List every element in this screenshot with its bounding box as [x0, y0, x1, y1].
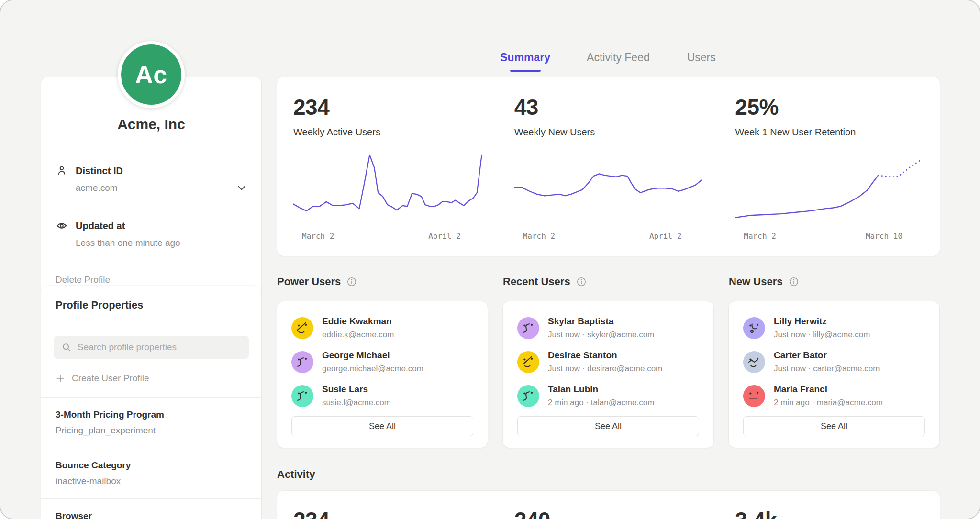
user-avatar	[743, 351, 765, 373]
user-avatar	[743, 317, 765, 339]
face-eye	[757, 391, 758, 393]
face-eye	[749, 392, 751, 394]
divider	[41, 323, 261, 323]
property-value: inactive-mailbox	[56, 476, 247, 486]
tab-users[interactable]: Users	[686, 51, 717, 72]
avatar-face-icon	[743, 385, 765, 407]
avatar-face-icon	[291, 351, 313, 373]
company-avatar: Ac	[118, 41, 185, 108]
user-row[interactable]: Susie Lars susie.l@acme.com	[277, 379, 488, 413]
user-row[interactable]: Carter Bator Just now · carter@acme.com	[729, 345, 939, 379]
section-title: Power Users	[277, 276, 341, 288]
x-axis-start-label: March 2	[302, 232, 334, 241]
see-all-button[interactable]: See All	[517, 416, 699, 436]
face-eye	[305, 323, 307, 325]
create-user-profile-button[interactable]: Create User Profile	[41, 368, 261, 397]
avatar-face-icon	[517, 351, 539, 373]
updated-at-label: Updated at	[76, 221, 125, 232]
user-detail: Just now · desirare@acme.com	[548, 364, 662, 374]
stat-value: 43	[514, 94, 703, 120]
summary-card: 234 Weekly Active Users March 2 April 2 …	[277, 77, 940, 256]
info-icon[interactable]	[346, 276, 357, 287]
plus-icon	[56, 374, 65, 383]
user-name: Skylar Baptista	[548, 316, 654, 327]
section-title: New Users	[729, 276, 783, 288]
user-detail: Just now · carter@acme.com	[774, 364, 880, 374]
power-users-heading: Power Users	[277, 276, 488, 288]
power-users-card: Eddie Kwakman eddie.k@acme.com George Mi…	[277, 301, 488, 448]
chevron-down-icon[interactable]	[235, 182, 248, 194]
x-axis: March 2 April 2	[293, 227, 482, 241]
x-axis-end-label: April 2	[649, 232, 681, 241]
user-avatar	[291, 351, 313, 373]
user-sections-headings: Power Users Recent Users New Users	[277, 276, 940, 288]
stat-weekly-new-users: 43 Weekly New Users March 2 April 2	[498, 77, 719, 256]
avatar-face-icon	[517, 317, 539, 339]
stat-label: Weekly New Users	[514, 127, 703, 138]
section-title: Recent Users	[503, 276, 570, 288]
weekly-active-users-chart	[293, 151, 482, 227]
user-name: Desirae Stanton	[548, 350, 662, 361]
x-axis-start-label: March 2	[523, 232, 555, 241]
user-avatar	[743, 385, 765, 407]
new-users-card: Lilly Herwitz Just now · lilly@acme.com …	[729, 301, 939, 448]
user-name: Eddie Kwakman	[322, 316, 394, 327]
updated-at-row: Updated at Less than one minute ago	[41, 207, 261, 262]
activity-title: Activity	[277, 468, 315, 481]
avatar-face-icon	[291, 317, 313, 339]
see-all-button[interactable]: See All	[291, 416, 473, 436]
stat-weekly-active-users: 234 Weekly Active Users March 2 April 2	[277, 77, 498, 256]
property-name: 3-Month Pricing Program	[56, 409, 247, 420]
property-name: Bounce Category	[56, 460, 247, 471]
user-avatar	[517, 317, 539, 339]
user-list: Eddie Kwakman eddie.k@acme.com George Mi…	[277, 311, 488, 413]
face-eye	[757, 357, 758, 359]
user-row[interactable]: Lilly Herwitz Just now · lilly@acme.com	[729, 311, 939, 345]
see-all-button[interactable]: See All	[743, 416, 925, 436]
user-row[interactable]: Skylar Baptista Just now · skyler@acme.c…	[503, 311, 713, 345]
user-list: Skylar Baptista Just now · skyler@acme.c…	[503, 311, 713, 413]
tab-activity-feed[interactable]: Activity Feed	[587, 51, 650, 72]
face-mouth	[523, 357, 532, 367]
property-value: Pricing_plan_experiment	[56, 425, 247, 436]
user-detail: Just now · skyler@acme.com	[548, 330, 654, 340]
user-detail: 2 min ago · talan@acme.com	[548, 398, 654, 408]
activity-stat-value: 234	[293, 507, 482, 519]
face-eye	[523, 358, 525, 360]
face-mouth	[749, 360, 757, 366]
user-row[interactable]: Talan Lubin 2 min ago · talan@acme.com	[503, 379, 713, 413]
avatar-face-icon	[291, 385, 313, 407]
user-sections-row: Eddie Kwakman eddie.k@acme.com George Mi…	[277, 301, 940, 448]
user-detail: 2 min ago · maria@acme.com	[774, 398, 883, 408]
user-avatar	[291, 385, 313, 407]
distinct-id-label: Distinct ID	[76, 166, 123, 177]
face-eye	[298, 324, 300, 326]
user-row[interactable]: Maria Franci 2 min ago · maria@acme.com	[729, 379, 939, 413]
x-axis: March 2 March 10	[735, 227, 924, 241]
tab-summary[interactable]: Summary	[500, 51, 550, 72]
user-detail: Just now · lilly@acme.com	[774, 330, 870, 340]
user-avatar	[517, 385, 539, 407]
new-users-heading: New Users	[729, 276, 939, 288]
user-row[interactable]: Eddie Kwakman eddie.k@acme.com	[277, 311, 488, 345]
search-wrap	[54, 336, 249, 359]
face-mouth	[297, 323, 306, 333]
user-row[interactable]: George Michael george.michael@acme.com	[277, 345, 488, 379]
face-eye	[749, 324, 751, 326]
avatar-face-icon	[743, 317, 765, 339]
stat-value: 234	[293, 94, 482, 120]
user-name: Carter Bator	[774, 350, 880, 361]
updated-at-value: Less than one minute ago	[76, 238, 247, 248]
face-eye	[523, 324, 525, 326]
recent-users-card: Skylar Baptista Just now · skyler@acme.c…	[503, 301, 713, 448]
property-row: Bounce Category inactive-mailbox	[41, 448, 261, 498]
distinct-id-row: Distinct ID acme.com	[41, 152, 261, 207]
user-avatar	[517, 351, 539, 373]
face-mouth	[751, 324, 757, 332]
user-name: Talan Lubin	[548, 384, 654, 395]
info-icon[interactable]	[789, 276, 799, 287]
user-row[interactable]: Desirae Stanton Just now · desirare@acme…	[503, 345, 713, 379]
search-profile-properties-input[interactable]	[54, 336, 249, 359]
info-icon[interactable]	[576, 276, 587, 287]
activity-stat-value: 240	[514, 507, 703, 519]
